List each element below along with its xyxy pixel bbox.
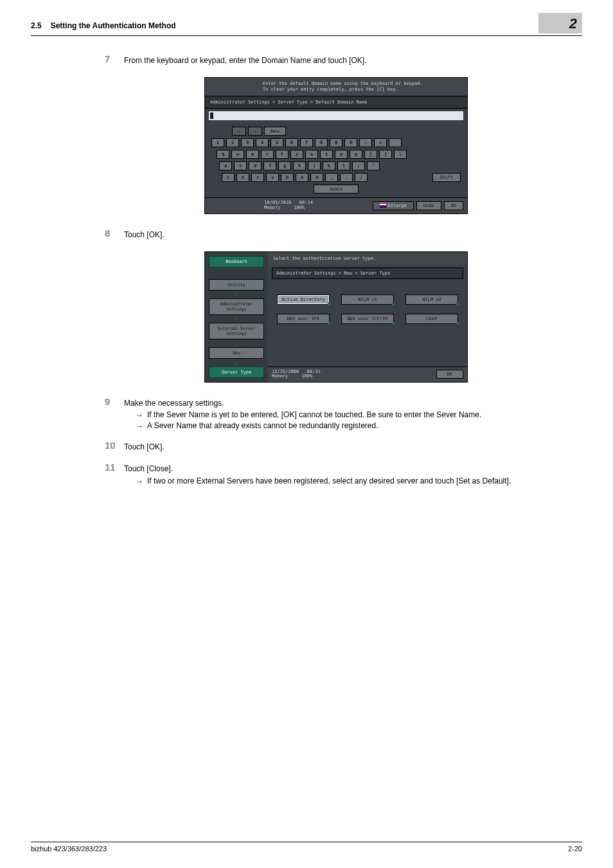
step-text: From the keyboard or keypad, enter the D… (124, 55, 582, 66)
key-i[interactable]: i (320, 150, 333, 159)
ok-button[interactable]: OK (444, 201, 463, 210)
key-s[interactable]: s (234, 161, 247, 170)
shift-key[interactable]: Shift (432, 173, 461, 182)
key-b[interactable]: b (281, 173, 294, 182)
breadcrumb: Administrator Settings > New > Server Ty… (272, 267, 463, 279)
key-0[interactable]: 0 (344, 138, 357, 147)
key-q[interactable]: q (217, 150, 229, 159)
key-w[interactable]: w (231, 150, 244, 159)
key-t[interactable]: t (276, 150, 289, 159)
nav-new[interactable]: New (209, 347, 264, 359)
step-11: 11 Touch [Close]. If two or more Externa… (124, 464, 582, 485)
step-sub: If two or more External Servers have bee… (136, 476, 582, 485)
key-5[interactable]: 5 (271, 138, 283, 147)
option-ntlm-v2[interactable]: NTLM v2 (405, 294, 458, 305)
arrow-down-icon: ↓ (209, 292, 264, 297)
key-8[interactable]: 8 (315, 138, 328, 147)
key-6[interactable]: 6 (285, 138, 298, 147)
key-4[interactable]: 4 (256, 138, 269, 147)
step-sub: A Sever Name that already exists cannot … (136, 421, 582, 430)
key-o[interactable]: o (335, 150, 348, 159)
step-number: 11 (105, 462, 116, 473)
undo-button[interactable]: Undo (416, 201, 441, 210)
arrow-right-key[interactable]: → (248, 127, 262, 136)
key-u[interactable]: u (305, 150, 318, 159)
footer-model: bizhub 423/363/283/223 (31, 845, 107, 853)
key-][interactable]: ] (379, 150, 392, 159)
key-.[interactable]: . (340, 173, 353, 182)
hint-text: Enter the default domain name using the … (205, 78, 467, 96)
option-ntlm-v1[interactable]: NTLM v1 (341, 294, 394, 305)
arrow-down-icon: ↓ (209, 360, 264, 365)
option-ldap[interactable]: LDAP (405, 314, 458, 324)
key-[[interactable]: [ (364, 150, 377, 159)
nav-admin-settings[interactable]: Administrator Settings (209, 298, 264, 315)
step-text: Touch [OK]. (124, 442, 582, 452)
domain-name-input[interactable] (209, 111, 463, 120)
bookmark-button[interactable]: Bookmark (209, 256, 264, 267)
option-active-directory[interactable]: Active Directory (277, 294, 330, 305)
key-;[interactable]: ; (352, 161, 365, 170)
section-number: 2.5 (31, 21, 42, 30)
key-2[interactable]: 2 (226, 138, 239, 147)
key-3[interactable]: 3 (241, 138, 254, 147)
key-r[interactable]: r (261, 150, 274, 159)
step-number: 7 (105, 53, 110, 64)
key-x[interactable]: x (236, 173, 249, 182)
key-/[interactable]: / (355, 173, 368, 182)
step-number: 9 (105, 396, 110, 407)
key-y[interactable]: y (290, 150, 303, 159)
key-9[interactable]: 9 (330, 138, 342, 147)
key-=[interactable]: = (374, 138, 387, 147)
ok-button[interactable]: OK (436, 370, 463, 379)
key--[interactable]: - (359, 138, 372, 147)
key-\[interactable]: \ (394, 150, 407, 159)
arrow-left-key[interactable]: ← (232, 127, 246, 136)
screenshot-domain-name-keyboard: Enter the default domain name using the … (204, 77, 468, 214)
key-k[interactable]: k (323, 161, 335, 170)
step-8: 8 Touch [OK]. (124, 230, 582, 240)
key-f[interactable]: f (263, 161, 276, 170)
step-text: Touch [Close]. (124, 464, 582, 474)
step-sub: If the Sever Name is yet to be entered, … (136, 410, 582, 419)
nav-server-type[interactable]: Server Type (209, 366, 264, 378)
hint-line-1: Enter the default domain name using the … (263, 81, 462, 87)
page-footer: bizhub 423/363/283/223 2-20 (31, 842, 582, 853)
key-c[interactable]: c (251, 173, 264, 182)
key-e[interactable]: e (246, 150, 259, 159)
key-`[interactable]: ` (389, 138, 402, 147)
status-datetime: 10/03/2010 08:14 Memory 100% (264, 201, 313, 210)
page-header: 2.5 Setting the Authentication Method 2 (31, 18, 582, 36)
step-7: 7 From the keyboard or keypad, enter the… (124, 55, 582, 66)
arrow-down-icon: ↓ (209, 316, 264, 321)
key-n[interactable]: n (296, 173, 308, 182)
delete-key[interactable]: Dele TyOn (264, 127, 286, 136)
key-v[interactable]: v (266, 173, 279, 182)
nav-utility[interactable]: Utility (209, 279, 264, 291)
space-key[interactable]: Space (314, 185, 359, 194)
footer-page: 2-20 (568, 845, 582, 853)
key-7[interactable]: 7 (300, 138, 313, 147)
key-a[interactable]: a (219, 161, 232, 170)
key-'[interactable]: ' (367, 161, 380, 170)
enlarge-button[interactable]: Enlarge (373, 201, 414, 210)
key-,[interactable]: , (325, 173, 338, 182)
on-screen-keyboard: ← → Dele TyOn 1234567890-=` qwertyuiop[]… (205, 122, 467, 197)
key-1[interactable]: 1 (211, 138, 224, 147)
key-z[interactable]: z (222, 173, 235, 182)
section-title: Setting the Authentication Method (51, 21, 538, 30)
step-text: Touch [OK]. (124, 230, 582, 240)
key-m[interactable]: m (310, 173, 323, 182)
key-l[interactable]: l (337, 161, 350, 170)
option-nds-ipx[interactable]: NDS over IPX (277, 314, 330, 324)
key-j[interactable]: j (308, 161, 321, 170)
nav-external-server[interactable]: External Server Settings (209, 323, 264, 339)
key-g[interactable]: g (278, 161, 291, 170)
step-9: 9 Make the necessary settings. If the Se… (124, 398, 582, 430)
step-number: 10 (105, 440, 116, 451)
key-p[interactable]: p (350, 150, 362, 159)
key-h[interactable]: h (293, 161, 306, 170)
option-nds-tcpip[interactable]: NDS over TCP/IP (341, 314, 394, 324)
key-d[interactable]: d (249, 161, 262, 170)
panel-title: Select the authentication server type. (268, 252, 467, 265)
